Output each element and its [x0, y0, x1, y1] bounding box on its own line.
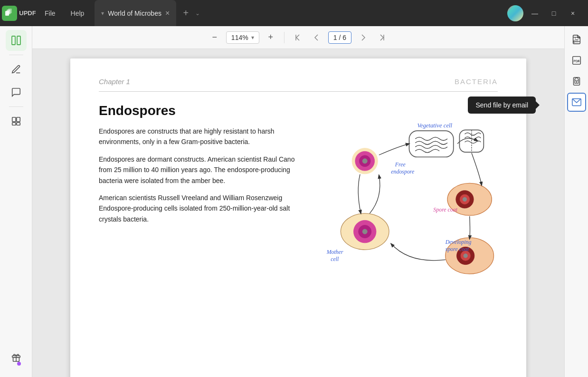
toolbar: − 114% ▾ + 1 / 6 — [32, 26, 564, 49]
svg-point-49 — [576, 81, 577, 82]
pdf-page: Chapter 1 BACTERIA Endospores Endospores… — [70, 58, 526, 377]
tooltip-box: Send file by email — [468, 97, 536, 114]
paragraph-1: Endospores are constructs that are highl… — [99, 126, 298, 147]
close-button[interactable]: × — [565, 6, 580, 21]
svg-rect-16 — [409, 131, 453, 157]
zoom-dropdown-icon: ▾ — [251, 34, 254, 41]
tooltip-text: Send file by email — [475, 101, 528, 109]
menu-bar: File Help — [38, 7, 91, 20]
toolbar-divider — [284, 32, 285, 43]
endospore-illustration: Vegetative cell — [313, 103, 498, 308]
left-sidebar — [0, 26, 32, 377]
pdfa-button[interactable]: PDF /A — [567, 51, 586, 70]
illustration-column: Vegetative cell — [313, 103, 498, 309]
sidebar-edit-button[interactable] — [6, 59, 27, 80]
svg-text:Free: Free — [395, 161, 406, 168]
new-tab-button[interactable]: + — [178, 6, 193, 21]
tab-arrow-icon: ▾ — [101, 10, 104, 17]
sidebar-gift-button[interactable] — [6, 348, 27, 369]
nav-first-button[interactable] — [290, 30, 305, 45]
nav-last-button[interactable] — [374, 30, 389, 45]
section-title: Endospores — [99, 103, 298, 118]
protect-button[interactable] — [567, 72, 586, 91]
svg-rect-10 — [16, 123, 19, 126]
svg-text:Spore coat: Spore coat — [433, 206, 457, 213]
app-logo[interactable]: UPDF — [0, 6, 38, 21]
svg-rect-7 — [12, 117, 15, 122]
window-controls: — □ × — [507, 5, 588, 21]
svg-text:Vegetative cell: Vegetative cell — [417, 122, 452, 129]
content-wrapper: − 114% ▾ + 1 / 6 — [32, 26, 564, 377]
minimize-button[interactable]: — — [527, 6, 542, 21]
right-sidebar: PDF /A — [564, 26, 588, 377]
active-tab[interactable]: ▾ World of Microbes × — [95, 0, 176, 26]
svg-rect-3 — [12, 36, 15, 45]
nav-next-button[interactable] — [355, 30, 370, 45]
app-name-label: UPDF — [19, 10, 36, 17]
sidebar-divider-1 — [9, 55, 23, 55]
chapter-label: Chapter 1 — [99, 77, 130, 86]
paragraph-3: American scientists Russell Vreeland and… — [99, 193, 298, 224]
zoom-level-label: 114% — [231, 34, 248, 41]
svg-rect-9 — [12, 123, 15, 126]
sidebar-pages-button[interactable] — [6, 111, 27, 132]
titlebar: UPDF File Help ▾ World of Microbes × + ⌄… — [0, 0, 588, 26]
page-indicator[interactable]: 1 / 6 — [328, 31, 351, 44]
sidebar-reader-button[interactable] — [6, 30, 27, 51]
menu-file[interactable]: File — [38, 7, 62, 20]
tab-area: ▾ World of Microbes × + ⌄ — [95, 0, 507, 26]
email-button[interactable] — [567, 93, 586, 112]
page-separator: / — [339, 34, 341, 41]
svg-text:/A: /A — [577, 60, 580, 63]
tooltip-container: Send file by email — [468, 97, 536, 114]
svg-text:endospore: endospore — [391, 168, 414, 175]
pdf-viewport[interactable]: Chapter 1 BACTERIA Endospores Endospores… — [32, 49, 564, 377]
zoom-increase-button[interactable]: + — [263, 30, 278, 45]
paragraph-2: Endospores are dormant constructs. Ameri… — [99, 154, 298, 186]
svg-text:Mother: Mother — [326, 249, 343, 255]
svg-point-24 — [362, 159, 367, 164]
notification-dot — [17, 362, 21, 366]
tab-close-button[interactable]: × — [165, 9, 170, 18]
tabs-expand-button[interactable]: ⌄ — [195, 10, 200, 17]
svg-rect-4 — [17, 36, 20, 45]
text-column: Endospores Endospores are constructs tha… — [99, 103, 298, 309]
bacteria-label: BACTERIA — [455, 77, 498, 86]
main-area: − 114% ▾ + 1 / 6 — [0, 26, 588, 377]
svg-rect-8 — [16, 117, 19, 122]
sidebar-comment-button[interactable] — [6, 82, 27, 103]
svg-text:Developing: Developing — [445, 239, 472, 245]
svg-text:spore coat: spore coat — [446, 246, 469, 252]
zoom-decrease-button[interactable]: − — [207, 30, 222, 45]
tab-title: World of Microbes — [108, 10, 161, 17]
svg-point-34 — [463, 197, 466, 201]
updf-icon — [2, 6, 17, 21]
nav-prev-button[interactable] — [309, 30, 324, 45]
svg-point-39 — [464, 254, 467, 258]
svg-rect-2 — [8, 9, 12, 13]
page-current-label: 1 — [333, 34, 337, 41]
menu-help[interactable]: Help — [64, 7, 91, 20]
svg-point-28 — [362, 229, 367, 234]
content-body: Endospores Endospores are constructs tha… — [99, 103, 498, 309]
sidebar-bottom — [6, 348, 27, 373]
page-total-label: 6 — [342, 34, 346, 41]
convert-button[interactable] — [567, 30, 586, 49]
maximize-button[interactable]: □ — [546, 6, 561, 21]
user-avatar[interactable] — [507, 5, 523, 21]
page-header: Chapter 1 BACTERIA — [99, 77, 498, 92]
svg-text:cell: cell — [331, 256, 339, 262]
zoom-display[interactable]: 114% ▾ — [226, 31, 259, 44]
sidebar-divider-2 — [9, 106, 23, 107]
